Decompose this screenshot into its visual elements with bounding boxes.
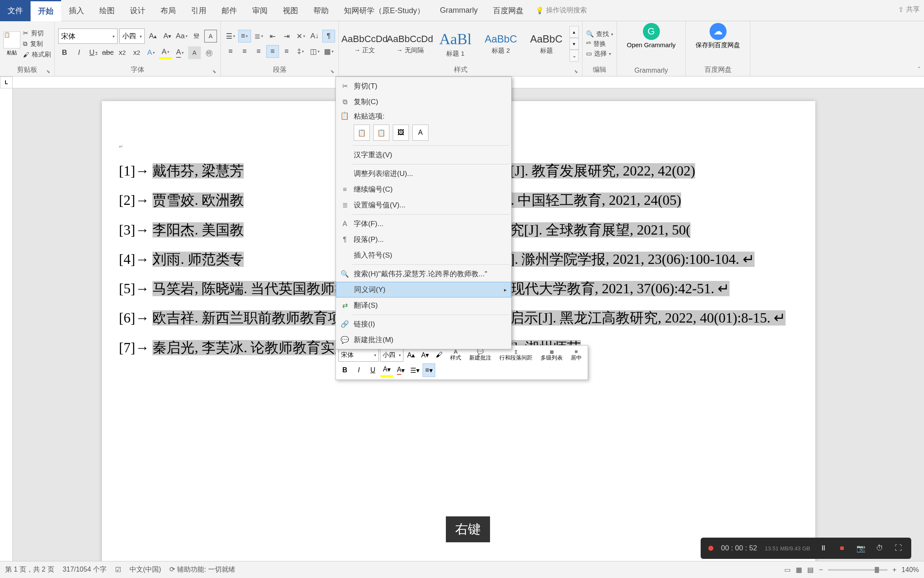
cm-link[interactable]: 🔗链接(I): [336, 316, 511, 332]
cm-new-comment[interactable]: 💬新建批注(M): [336, 332, 511, 348]
shading-button[interactable]: ◫▾: [308, 45, 321, 58]
recorder-pause-button[interactable]: ⏸: [818, 543, 829, 554]
tab-grammarly[interactable]: Grammarly: [432, 0, 485, 21]
tab-home[interactable]: 开始: [31, 0, 61, 21]
tab-baidu[interactable]: 百度网盘: [485, 0, 531, 21]
multilevel-button[interactable]: ≣▾: [252, 30, 265, 42]
format-painter-button[interactable]: 🖌格式刷: [23, 51, 51, 59]
status-spellcheck-icon[interactable]: ☑: [115, 566, 121, 574]
view-read-mode[interactable]: ▭: [784, 566, 791, 574]
sort-button[interactable]: A↓: [308, 30, 321, 42]
mt-size-combo[interactable]: 小四▾: [380, 348, 403, 362]
tab-mailings[interactable]: 邮件: [214, 0, 245, 21]
align-right-button[interactable]: ≡: [252, 45, 265, 58]
style-nospacing[interactable]: AaBbCcDd→ 无间隔: [388, 25, 432, 62]
bullets-button[interactable]: ☰▾: [224, 30, 237, 42]
paste-button[interactable]: 📋 粘贴: [3, 31, 20, 57]
distribute-button[interactable]: ≡: [280, 45, 293, 58]
cm-paragraph[interactable]: ¶段落(P)...: [336, 232, 511, 247]
paste-keep-source[interactable]: 📋: [354, 125, 370, 141]
tab-design[interactable]: 设计: [122, 0, 153, 21]
status-language[interactable]: 中文(中国): [130, 565, 161, 574]
borders-button[interactable]: ▦▾: [322, 45, 335, 58]
mt-numbering[interactable]: ≡▾: [423, 363, 435, 377]
mt-format-painter[interactable]: 🖌: [433, 348, 445, 362]
bold-button[interactable]: B: [58, 46, 71, 59]
shrink-font-button[interactable]: A▾: [161, 30, 174, 42]
mt-line-spacing[interactable]: ‡行和段落间距: [496, 349, 536, 361]
superscript-button[interactable]: x2: [130, 46, 143, 59]
decrease-indent-button[interactable]: ⇤: [266, 30, 279, 42]
find-button[interactable]: 🔍查找▾: [586, 30, 613, 38]
recorder-stop-button[interactable]: ■: [837, 543, 848, 554]
mt-new-comment[interactable]: 💬新建批注: [466, 349, 495, 361]
mt-underline[interactable]: U: [366, 363, 379, 377]
tab-draw[interactable]: 绘图: [92, 0, 122, 21]
font-name-combo[interactable]: 宋体▾: [58, 28, 118, 44]
zoom-out-button[interactable]: −: [819, 566, 823, 574]
mt-multilevel[interactable]: ≣多级列表: [537, 349, 566, 361]
style-title[interactable]: AaBbC标题: [524, 25, 569, 62]
underline-button[interactable]: U▾: [87, 46, 100, 59]
mt-italic[interactable]: I: [352, 363, 365, 377]
increase-indent-button[interactable]: ⇥: [280, 30, 293, 42]
tab-view[interactable]: 视图: [275, 0, 306, 21]
copy-button[interactable]: ⧉复制: [23, 40, 51, 48]
style-heading1[interactable]: AaBl标题 1: [433, 25, 478, 62]
ruler-vertical[interactable]: [0, 88, 13, 561]
align-left-button[interactable]: ≡: [224, 45, 237, 58]
show-marks-button[interactable]: ¶: [322, 30, 335, 42]
grow-font-button[interactable]: A▴: [146, 30, 159, 42]
paste-picture[interactable]: 🖼: [393, 125, 409, 141]
tell-me-search[interactable]: 操作说明搜索: [546, 6, 587, 15]
enclose-char-button[interactable]: ㊕: [203, 46, 215, 59]
tab-review[interactable]: 审阅: [245, 0, 275, 21]
align-center-button[interactable]: ≡: [238, 45, 251, 58]
cm-adjust-indent[interactable]: 调整列表缩进(U)...: [336, 166, 511, 181]
font-color-button[interactable]: A▾: [174, 46, 186, 59]
zoom-level[interactable]: 140%: [901, 566, 919, 574]
share-button[interactable]: ⇪ 共享: [898, 5, 920, 14]
cm-font[interactable]: A字体(F)...: [336, 216, 511, 232]
view-print-layout[interactable]: ▦: [796, 566, 802, 574]
highlight-button[interactable]: A▾: [159, 46, 172, 59]
view-web-layout[interactable]: ▤: [807, 566, 814, 574]
phonetic-guide-button[interactable]: 變: [190, 30, 203, 42]
select-button[interactable]: ▭选择▾: [586, 50, 613, 58]
change-case-button[interactable]: Aa▾: [175, 30, 188, 42]
baidu-save-button[interactable]: ☁ 保存到百度网盘: [689, 23, 747, 49]
mt-shrink-font[interactable]: A▾: [419, 348, 431, 362]
line-spacing-button[interactable]: ‡▾: [294, 45, 307, 58]
recorder-timer-button[interactable]: ⏱: [874, 543, 885, 554]
tab-references[interactable]: 引用: [183, 0, 214, 21]
grammarly-button[interactable]: G Open Grammarly: [620, 23, 682, 49]
zoom-in-button[interactable]: +: [893, 566, 896, 574]
mt-bullets[interactable]: ☰▾: [408, 363, 421, 377]
tab-help[interactable]: 帮助: [306, 0, 336, 21]
style-heading2[interactable]: AaBbC标题 2: [479, 25, 523, 62]
replace-button[interactable]: ᵃᵇ替换: [586, 40, 613, 48]
italic-button[interactable]: I: [73, 46, 85, 59]
font-launcher[interactable]: ⬊: [212, 69, 216, 74]
zoom-slider[interactable]: [828, 569, 887, 571]
status-accessibility[interactable]: ⟳ 辅助功能: 一切就绪: [169, 565, 235, 574]
mt-center[interactable]: ≡居中: [567, 349, 585, 361]
collapse-ribbon-button[interactable]: ˄: [918, 66, 921, 73]
mt-grow-font[interactable]: A▴: [405, 348, 417, 362]
tab-insert[interactable]: 插入: [61, 0, 92, 21]
paste-merge[interactable]: 📋: [373, 125, 389, 141]
cm-continue-numbering[interactable]: ≡继续编号(C): [336, 181, 511, 197]
style-normal[interactable]: AaBbCcDd→ 正文: [342, 25, 387, 62]
cut-button[interactable]: ✂剪切: [23, 29, 51, 37]
cm-smart-search[interactable]: 🔍搜索(H)"戴伟芬,梁慧芳.论跨界的教师教...": [336, 266, 511, 282]
paste-text-only[interactable]: A: [412, 125, 428, 141]
numbering-button[interactable]: ≡▾: [238, 30, 251, 42]
text-effects-button[interactable]: A▾: [145, 46, 158, 59]
strikethrough-button[interactable]: abc: [101, 46, 114, 59]
tab-cnki[interactable]: 知网研学（原E-Study）: [336, 0, 432, 21]
mt-highlight[interactable]: A▾: [380, 363, 393, 377]
styles-scroll[interactable]: ▴▾⌄: [569, 26, 579, 62]
mt-bold[interactable]: B: [338, 363, 351, 377]
styles-launcher[interactable]: ⬊: [574, 69, 578, 74]
clipboard-launcher[interactable]: ⬊: [46, 69, 50, 74]
